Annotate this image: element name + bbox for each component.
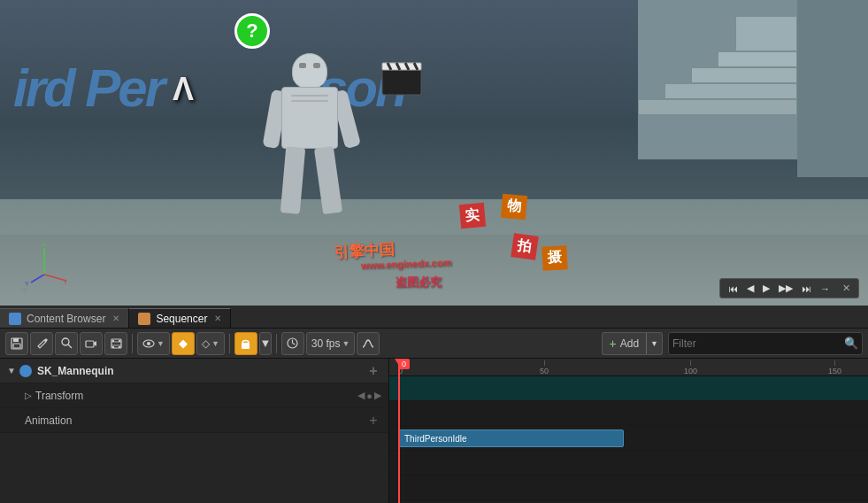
svg-text:Z: Z (42, 244, 47, 247)
transport-next-frame[interactable]: ▶▶ (776, 281, 795, 296)
sk-mannequin-expand-arrow: ▼ (7, 366, 16, 375)
cn-label-wu: 物 (501, 194, 527, 220)
toolbar: ▼ ◆ ◇ ▼ ▼ 30 fps ▼ + Add ▼ 🔍 (0, 329, 868, 359)
filter-input[interactable] (672, 337, 844, 350)
ruler-tick-100 (690, 360, 691, 366)
add-button-group: + Add ▼ (602, 332, 663, 355)
transport-close[interactable]: ✕ (840, 281, 853, 296)
sequencer-tab-close[interactable]: ✕ (214, 313, 221, 323)
ruler-small-ticks (389, 373, 868, 375)
transport-loop[interactable]: → (818, 282, 833, 296)
fps-value: 30 fps (311, 337, 341, 350)
watermark-text: ird Per (0, 58, 163, 119)
viewport: ird Per son Λ ? 实 物 拍 摄 引 (0, 0, 868, 306)
timeline-animation[interactable]: ThirdPersonIdle (389, 426, 868, 451)
toolbar-sep2 (229, 334, 230, 353)
key-options-arrow: ▼ (211, 339, 219, 348)
timeline-area[interactable]: 0 0 50 100 150 (389, 359, 868, 503)
sk-mannequin-add-btn[interactable]: + (365, 363, 381, 379)
add-plus-icon: + (610, 337, 617, 351)
search-tracks-button[interactable] (55, 332, 78, 355)
tab-content-browser[interactable]: Content Browser ✕ (0, 308, 129, 328)
timeline-sk-mannequin (389, 376, 868, 401)
svg-rect-22 (119, 340, 120, 342)
robot-leg-right (314, 146, 342, 214)
svg-text:X: X (64, 279, 66, 285)
add-label: Add (620, 337, 639, 350)
svg-rect-21 (112, 340, 114, 342)
transport-controls: ⏮ ◀ ▶ ▶▶ ⏭ → ✕ (719, 278, 859, 298)
help-icon: ? (234, 13, 270, 49)
tab-sequencer[interactable]: Sequencer ✕ (129, 308, 231, 328)
cn-label-shi: 实 (459, 203, 486, 228)
animation-label: Animation (25, 414, 365, 427)
clip-third-person-idle[interactable]: ThirdPersonIdle (398, 429, 624, 447)
content-browser-tab-icon (9, 313, 21, 325)
stair-right (638, 9, 797, 115)
camera-button[interactable] (80, 332, 103, 355)
filter-search-icon: 🔍 (844, 337, 858, 350)
svg-rect-24 (119, 346, 120, 348)
record-button[interactable] (234, 332, 257, 355)
transport-skip-start[interactable]: ⏮ (726, 282, 741, 296)
add-button-main[interactable]: + Add (602, 332, 647, 355)
a-logo: Λ (173, 71, 194, 108)
animation-add-btn[interactable]: + (365, 413, 381, 429)
content-browser-tab-label: Content Browser (27, 313, 105, 325)
svg-rect-14 (13, 344, 20, 348)
timeline-empty-2 (389, 476, 868, 500)
transform-label: Transform (35, 390, 357, 402)
transport-play[interactable]: ▶ (760, 281, 772, 296)
time-display-button[interactable] (281, 332, 304, 355)
record-options-button[interactable]: ▼ (259, 332, 272, 355)
add-button-dropdown[interactable]: ▼ (646, 332, 663, 355)
transform-keyframe-btns: ◀ ● ▶ (357, 390, 381, 401)
track-animation[interactable]: Animation + (0, 408, 388, 433)
time-ruler: 0 0 50 100 150 (389, 359, 868, 376)
edit-button[interactable] (30, 332, 53, 355)
svg-rect-0 (382, 68, 421, 95)
svg-point-26 (147, 342, 150, 345)
axes-help: ? (22, 287, 66, 297)
track-transform[interactable]: ▷ Transform ◀ ● ▶ (0, 383, 388, 408)
svg-line-8 (31, 275, 44, 282)
content-browser-tab-close[interactable]: ✕ (112, 313, 119, 323)
axes-indicator: Z X Y ? (22, 244, 66, 297)
clip-label: ThirdPersonIdle (404, 434, 467, 444)
cn-label-she: 摄 (542, 245, 567, 270)
track-sk-mannequin[interactable]: ▼ SK_Mannequin + (0, 359, 388, 383)
playhead-triangle (395, 359, 403, 366)
filter-search-bar[interactable]: 🔍 (668, 332, 863, 355)
track-list: ▼ SK_Mannequin + ▷ Transform ◀ ● ▶ Anima… (0, 359, 389, 503)
cn-label-pai: 拍 (511, 233, 538, 260)
robot-head (292, 53, 327, 89)
robot-body (281, 87, 338, 149)
transport-prev-frame[interactable]: ◀ (744, 281, 757, 296)
transform-expand-arrow: ▷ (25, 391, 32, 400)
transform-next-key[interactable]: ▶ (374, 390, 381, 401)
svg-point-15 (62, 338, 69, 345)
tab-bar: Content Browser ✕ Sequencer ✕ (0, 306, 868, 329)
key-options-dropdown[interactable]: ◇ ▼ (196, 332, 225, 355)
save-button[interactable] (5, 332, 28, 355)
toolbar-sep3 (276, 334, 277, 353)
sk-mannequin-label: SK_Mannequin (37, 365, 365, 377)
film-button[interactable] (104, 332, 127, 355)
view-options-dropdown[interactable]: ▼ (137, 332, 170, 355)
key-diamond-button[interactable]: ◆ (172, 332, 195, 355)
transform-prev-key[interactable]: ◀ (357, 390, 365, 401)
robot-leg-left (280, 146, 305, 214)
timeline-empty-1 (389, 451, 868, 476)
transform-add-key[interactable]: ● (366, 391, 373, 401)
svg-rect-27 (242, 343, 250, 349)
curve-editor-button[interactable] (357, 332, 380, 355)
fps-dropdown-arrow: ▼ (342, 339, 350, 348)
transport-skip-end[interactable]: ⏭ (799, 282, 814, 296)
svg-line-30 (293, 344, 296, 345)
svg-rect-23 (112, 346, 114, 348)
clapper-icon (380, 58, 423, 97)
sequencer-tab-label: Sequencer (156, 313, 207, 325)
fps-dropdown[interactable]: 30 fps ▼ (306, 332, 356, 355)
sk-mannequin-icon (19, 365, 32, 377)
svg-rect-17 (86, 341, 94, 347)
